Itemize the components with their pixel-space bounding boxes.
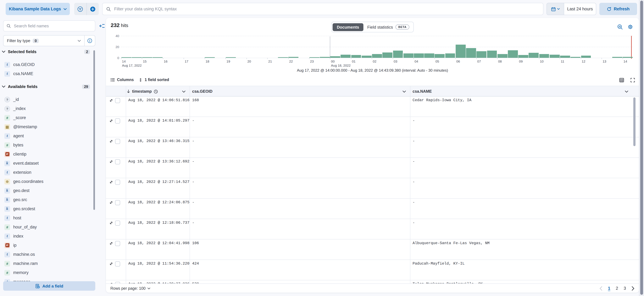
row-checkbox[interactable] bbox=[115, 98, 120, 103]
field-item-extension[interactable]: textension bbox=[0, 168, 94, 177]
field-item-memory[interactable]: #memory bbox=[0, 268, 94, 277]
sidebar-scrollbar-thumb[interactable] bbox=[94, 50, 95, 210]
histogram-bar[interactable] bbox=[445, 53, 455, 58]
add-field-button[interactable]: Add a field bbox=[3, 281, 95, 291]
histogram-bar[interactable] bbox=[362, 56, 372, 58]
rows-per-page-button[interactable]: Rows per page: 100 bbox=[110, 284, 150, 293]
column-header-timestamp[interactable]: timestamp bbox=[127, 86, 158, 97]
refresh-button[interactable]: Refresh bbox=[599, 3, 637, 15]
column-menu-chevron-icon[interactable] bbox=[402, 86, 406, 97]
field-item-machine.os[interactable]: tmachine.os bbox=[0, 250, 94, 259]
histogram-bar[interactable] bbox=[581, 56, 591, 58]
field-item-geo.coordinates[interactable]: ⊕geo.coordinates bbox=[0, 177, 94, 186]
histogram-bar[interactable] bbox=[372, 54, 382, 58]
field-item-machine.ram[interactable]: #machine.ram bbox=[0, 259, 94, 268]
field-search-input[interactable] bbox=[13, 23, 92, 28]
available-fields-header[interactable]: Available fields 29 bbox=[2, 84, 90, 89]
histogram-bar[interactable] bbox=[320, 57, 330, 58]
fullscreen-icon[interactable] bbox=[630, 78, 635, 83]
histogram-bar[interactable] bbox=[570, 57, 581, 58]
histogram-bar[interactable] bbox=[560, 56, 570, 58]
field-item-clientip[interactable]: IPclientip bbox=[0, 150, 94, 159]
histogram-bar[interactable] bbox=[424, 53, 434, 58]
row-checkbox[interactable] bbox=[115, 180, 120, 185]
field-item-@timestamp[interactable]: ▦@timestamp bbox=[0, 122, 94, 131]
filter-menu-icon[interactable] bbox=[74, 3, 87, 15]
tab-documents[interactable]: Documents bbox=[332, 23, 364, 31]
expand-document-button[interactable] bbox=[109, 139, 113, 143]
histogram-bar[interactable] bbox=[476, 51, 486, 58]
page-button-3[interactable]: 3 bbox=[622, 286, 627, 291]
histogram-bar[interactable] bbox=[529, 53, 539, 58]
field-item-ip[interactable]: IPip bbox=[0, 241, 94, 250]
collapse-sidebar-icon[interactable] bbox=[99, 23, 105, 28]
expand-document-button[interactable] bbox=[109, 98, 113, 102]
expand-document-button[interactable] bbox=[109, 262, 113, 266]
histogram-bar[interactable] bbox=[330, 56, 340, 58]
page-scrollbar-thumb[interactable] bbox=[640, 1, 643, 295]
field-item-event.dataset[interactable]: kevent.dataset bbox=[0, 159, 94, 168]
row-checkbox[interactable] bbox=[115, 200, 120, 205]
expand-document-button[interactable] bbox=[109, 241, 113, 245]
column-menu-chevron-icon[interactable] bbox=[182, 86, 186, 97]
column-header-csa-geoid[interactable]: csa.GEOID bbox=[192, 86, 212, 97]
histogram-plot-area[interactable] bbox=[121, 36, 633, 58]
expand-document-button[interactable] bbox=[109, 160, 113, 164]
next-page-icon[interactable] bbox=[632, 286, 634, 291]
histogram-bar[interactable] bbox=[435, 54, 445, 58]
field-info-icon[interactable] bbox=[84, 35, 95, 46]
inspect-icon[interactable] bbox=[617, 24, 622, 29]
field-item-agent[interactable]: tagent bbox=[0, 131, 94, 140]
histogram-bar[interactable] bbox=[351, 55, 361, 58]
field-item-hour_of_day[interactable]: #hour_of_day bbox=[0, 223, 94, 232]
histogram-bar[interactable] bbox=[550, 54, 560, 58]
columns-button[interactable]: Columns bbox=[110, 78, 134, 82]
histogram-bar[interactable] bbox=[404, 53, 414, 58]
expand-document-button[interactable] bbox=[109, 282, 113, 284]
histogram-bar[interactable] bbox=[487, 51, 497, 58]
field-item-_score[interactable]: #_score bbox=[0, 113, 94, 122]
row-checkbox[interactable] bbox=[115, 139, 120, 144]
page-button-2[interactable]: 2 bbox=[614, 286, 620, 291]
histogram-bar[interactable] bbox=[288, 57, 298, 58]
row-checkbox[interactable] bbox=[115, 262, 120, 267]
row-checkbox[interactable] bbox=[115, 282, 120, 284]
field-item-bytes[interactable]: #bytes bbox=[0, 140, 94, 150]
table-scrollbar-thumb[interactable] bbox=[633, 97, 636, 146]
sort-fields-button[interactable]: 1 field sorted bbox=[139, 78, 169, 82]
histogram-bar[interactable] bbox=[498, 54, 508, 58]
expand-document-button[interactable] bbox=[109, 119, 113, 123]
add-filter-icon[interactable] bbox=[87, 3, 99, 15]
field-item-_id[interactable]: ?_id bbox=[0, 95, 94, 104]
histogram-bar[interactable] bbox=[508, 50, 518, 58]
field-item-geo.srcdest[interactable]: kgeo.srcdest bbox=[0, 204, 94, 213]
field-item-geo.dest[interactable]: kgeo.dest bbox=[0, 186, 94, 195]
histogram-bar[interactable] bbox=[382, 52, 392, 58]
expand-document-button[interactable] bbox=[109, 180, 113, 184]
display-density-icon[interactable] bbox=[619, 78, 624, 83]
row-checkbox[interactable] bbox=[115, 159, 120, 164]
selected-fields-header[interactable]: Selected fields 2 bbox=[2, 49, 90, 54]
row-checkbox[interactable] bbox=[115, 241, 120, 246]
expand-document-button[interactable] bbox=[109, 201, 113, 205]
histogram-bar[interactable] bbox=[456, 45, 466, 58]
histogram-bar[interactable] bbox=[612, 57, 622, 58]
kql-search-input[interactable] bbox=[114, 6, 539, 12]
data-view-picker[interactable]: Kibana Sample Data Logs bbox=[6, 3, 70, 15]
expand-document-button[interactable] bbox=[109, 221, 113, 225]
gear-icon[interactable] bbox=[628, 24, 633, 29]
column-header-csa-name[interactable]: csa.NAME bbox=[412, 86, 432, 97]
page-button-1[interactable]: 1 bbox=[606, 286, 612, 291]
histogram-bar[interactable] bbox=[518, 55, 528, 58]
time-range-value[interactable]: Last 24 hours bbox=[564, 3, 596, 15]
previous-page-icon[interactable] bbox=[599, 286, 602, 291]
field-item-_index[interactable]: ?_index bbox=[0, 104, 94, 113]
filter-by-type-button[interactable]: Filter by type 0 bbox=[4, 38, 84, 43]
histogram-bar[interactable] bbox=[341, 54, 351, 58]
field-item-geo.src[interactable]: kgeo.src bbox=[0, 195, 94, 204]
date-picker-button[interactable] bbox=[547, 3, 564, 15]
row-checkbox[interactable] bbox=[115, 221, 120, 226]
histogram-bar[interactable] bbox=[623, 57, 633, 58]
field-item-csa.GEOID[interactable]: tcsa.GEOID bbox=[0, 60, 94, 69]
field-item-host[interactable]: thost bbox=[0, 213, 94, 223]
